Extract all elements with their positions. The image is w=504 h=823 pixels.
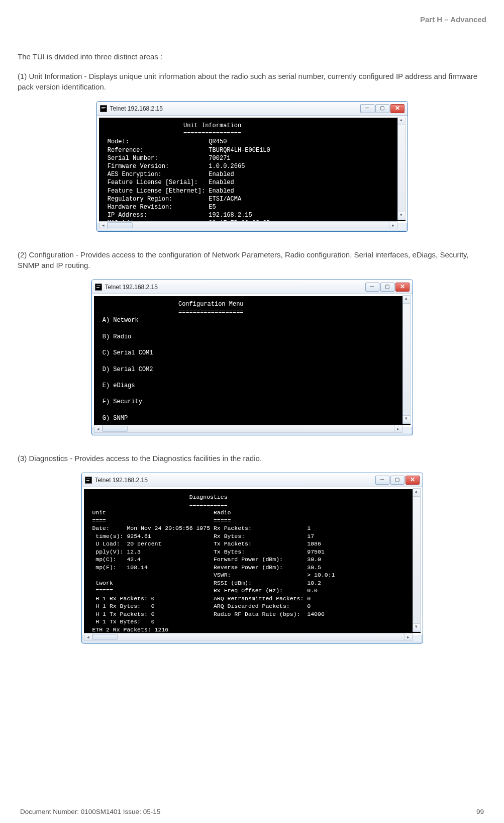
terminal-output: Configuration Menu ================== A)… [94,296,411,425]
maximize-button[interactable]: ▢ [380,283,394,292]
window-title: Telnet 192.168.2.15 [105,284,365,291]
minimize-button[interactable]: ─ [360,104,374,113]
intro-line: The TUI is divided into three distinct a… [18,51,486,62]
minimize-button[interactable]: ─ [375,476,389,485]
footer-page-number: 99 [476,808,484,815]
paragraph-2: (2) Configuration - Provides access to t… [18,249,486,270]
paragraph-1: (1) Unit Information - Displays unique u… [18,71,486,92]
maximize-button[interactable]: ▢ [390,476,405,485]
window-title: Telnet 192.168.2.15 [110,105,360,112]
window-config-menu: Telnet 192.168.2.15 ─ ▢ ✕ Configuration … [91,280,413,435]
titlebar: Telnet 192.168.2.15 ─ ▢ ✕ [97,102,408,116]
terminal-icon [100,105,107,112]
scrollbar-horizontal[interactable]: ◂▸ [99,221,397,229]
close-button[interactable]: ✕ [395,283,410,292]
titlebar: Telnet 192.168.2.15 ─ ▢ ✕ [92,280,413,294]
maximize-button[interactable]: ▢ [375,104,389,113]
terminal-output: Diagnostics =========== Unit Radio ==== … [84,489,421,633]
titlebar: Telnet 192.168.2.15 ─ ▢ ✕ [82,473,423,487]
page-footer: Document Number: 0100SM1401 Issue: 05-15… [20,808,484,815]
footer-left: Document Number: 0100SM1401 Issue: 05-15 [20,808,160,815]
window-diagnostics: Telnet 192.168.2.15 ─ ▢ ✕ Diagnostics ==… [81,473,423,644]
scrollbar-vertical[interactable]: ▴▾ [397,117,406,220]
section-header: Part H – Advanced [18,15,486,24]
scrollbar-horizontal[interactable]: ◂▸ [84,633,413,641]
scrollbar-vertical[interactable]: ▴▾ [413,488,421,632]
scrollbar-vertical[interactable]: ▴▾ [402,295,411,424]
window-title: Telnet 192.168.2.15 [95,477,375,484]
close-button[interactable]: ✕ [406,476,420,485]
terminal-output: Unit Information ================ Model:… [99,118,406,221]
terminal-icon [85,477,92,484]
scrollbar-horizontal[interactable]: ◂▸ [94,425,402,433]
close-button[interactable]: ✕ [390,104,405,113]
paragraph-3: (3) Diagnostics - Provides access to the… [18,453,486,464]
window-unit-info: Telnet 192.168.2.15 ─ ▢ ✕ Unit Informati… [96,101,408,232]
terminal-icon [95,284,102,291]
minimize-button[interactable]: ─ [365,283,379,292]
